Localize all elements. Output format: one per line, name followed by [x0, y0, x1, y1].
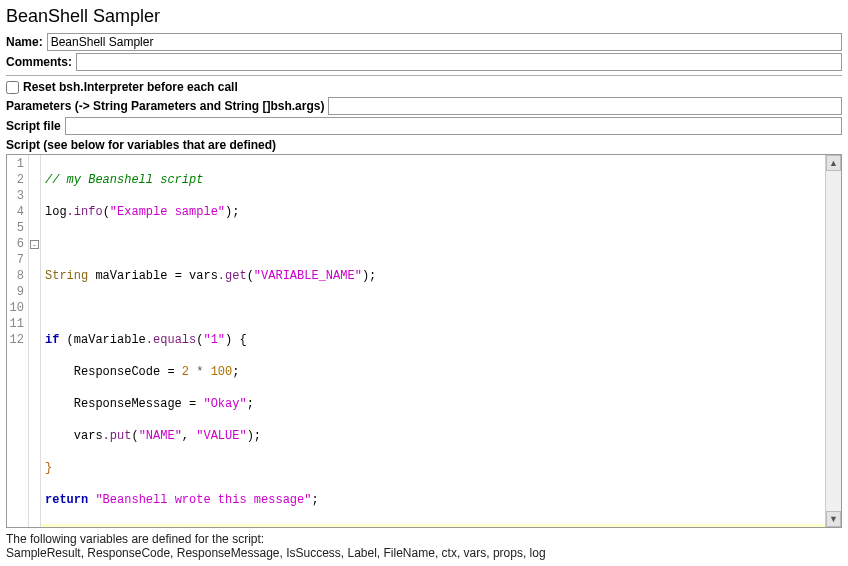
reset-interpreter-label: Reset bsh.Interpreter before each call — [23, 80, 238, 94]
script-file-input[interactable] — [65, 117, 842, 135]
comments-input[interactable] — [76, 53, 842, 71]
fold-box-icon[interactable]: - — [30, 240, 39, 249]
reset-interpreter-checkbox[interactable] — [6, 81, 19, 94]
vertical-scrollbar[interactable]: ▲ ▼ — [825, 155, 841, 527]
divider — [6, 75, 842, 76]
script-section-label: Script (see below for variables that are… — [6, 138, 842, 152]
scroll-up-icon[interactable]: ▲ — [826, 155, 841, 171]
script-file-label: Script file — [6, 119, 61, 133]
footnote: The following variables are defined for … — [6, 532, 842, 560]
comments-label: Comments: — [6, 55, 72, 69]
scroll-down-icon[interactable]: ▼ — [826, 511, 841, 527]
fold-gutter: - — [29, 155, 41, 527]
name-input[interactable] — [47, 33, 842, 51]
script-editor[interactable]: 1 2 3 4 5 6 7 8 9 10 11 12 - // my Beans… — [6, 154, 842, 528]
parameters-label: Parameters (-> String Parameters and Str… — [6, 99, 324, 113]
line-number-gutter: 1 2 3 4 5 6 7 8 9 10 11 12 — [7, 155, 29, 527]
code-area[interactable]: // my Beanshell script log.info("Example… — [41, 155, 825, 527]
parameters-input[interactable] — [328, 97, 842, 115]
name-label: Name: — [6, 35, 43, 49]
page-title: BeanShell Sampler — [6, 6, 842, 27]
